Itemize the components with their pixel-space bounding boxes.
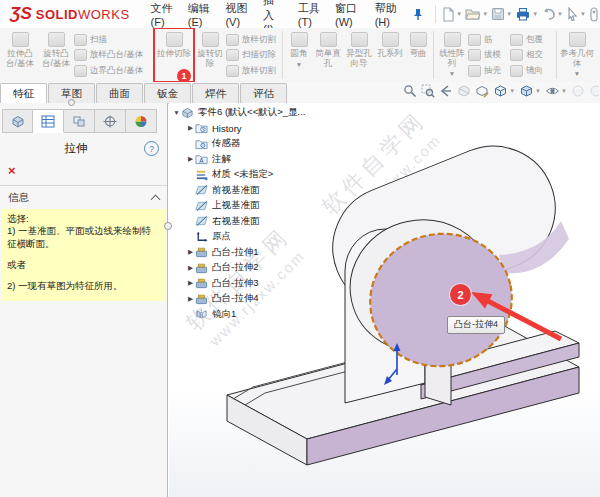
apply-scene-icon[interactable] [589, 84, 599, 98]
hole-series-button[interactable]: 孔系列 [375, 28, 405, 82]
display-style-icon[interactable]: ▼ [519, 84, 541, 98]
wrap-button[interactable]: 包覆 [510, 34, 554, 46]
tab-evaluate[interactable]: 评估 [240, 83, 287, 103]
tree-item-boss-extrude2[interactable]: ▶ 凸台-拉伸2 [172, 260, 305, 276]
expand-arrow-icon[interactable]: ▶ [186, 248, 195, 256]
tree-item-boss-extrude4[interactable]: ▶ 凸台-拉伸4 [172, 291, 305, 307]
panel-resize-handle[interactable] [68, 99, 75, 106]
dropdown-caret[interactable]: ▼ [449, 70, 455, 77]
measure-icon[interactable] [475, 84, 489, 98]
draft-button[interactable]: 拔模 [468, 49, 510, 61]
tree-item-annotations[interactable]: ▶ A 注解 [172, 152, 305, 168]
tab-surfaces[interactable]: 曲面 [96, 83, 143, 103]
dropdown-caret[interactable]: ▼ [535, 88, 541, 94]
tab-features[interactable]: 特征 [0, 83, 47, 104]
help-button[interactable]: ? [144, 141, 159, 156]
cancel-button[interactable]: × [8, 164, 167, 177]
menu-file[interactable]: 文件(F) [144, 0, 181, 32]
rib-button[interactable]: 筋 [468, 34, 510, 46]
zoom-to-area-icon[interactable] [421, 84, 435, 98]
intersect-button[interactable]: 相交 [510, 49, 554, 61]
configuration-manager-tab[interactable] [64, 109, 95, 133]
dropdown-caret[interactable]: ▼ [456, 11, 462, 17]
collapse-arrow-icon[interactable]: ▼ [172, 109, 181, 116]
graphics-area[interactable]: 软件自学网 www.rjzxw.com 软件自学网 www.rjzxw.com [169, 103, 600, 497]
section-view-icon[interactable] [457, 84, 471, 98]
menubar-separator [435, 5, 436, 23]
linear-pattern-button[interactable]: 线性阵列 ▼ [436, 28, 468, 82]
tree-item-right-plane[interactable]: 右视基准面 [172, 214, 305, 230]
extrude-boss-button[interactable]: 拉伸凸台/基体 [2, 28, 38, 82]
expand-arrow-icon[interactable]: ▶ [186, 124, 195, 132]
rebuild-button[interactable] [588, 5, 600, 24]
dropdown-caret[interactable]: ▼ [506, 11, 512, 17]
shell-icon [468, 65, 481, 77]
print-button[interactable]: ▼ [514, 5, 539, 23]
menu-window[interactable]: 窗口(W) [328, 0, 368, 32]
revolve-cut-button[interactable]: 旋转切除 [194, 28, 226, 82]
simple-hole-button[interactable]: 简单直孔 [313, 28, 343, 82]
dropdown-caret[interactable]: ▼ [532, 11, 538, 17]
tree-item-front-plane[interactable]: 前视基准面 [172, 183, 305, 199]
tree-item-top-plane[interactable]: 上视基准面 [172, 198, 305, 214]
tab-sheet-metal[interactable]: 钣金 [144, 83, 191, 103]
hole-wizard-button[interactable]: 异型孔向导 [343, 28, 375, 82]
splitter-handle[interactable] [164, 222, 172, 230]
curves-button[interactable]: 曲线 ▼ [595, 28, 600, 82]
menu-edit[interactable]: 编辑(E) [181, 0, 219, 32]
tree-item-origin[interactable]: 原点 [172, 229, 305, 245]
lofted-cut-button[interactable]: 放样切割 [226, 34, 280, 46]
fillet-button[interactable]: 圆角 ▼ [285, 28, 313, 82]
extrude-cut-icon [166, 32, 183, 47]
extrude-cut-button[interactable]: 拉伸切除 1 [154, 28, 194, 82]
tree-item-material[interactable]: 材质 <未指定> [172, 167, 305, 183]
tree-root[interactable]: ▼ 零件6 (默认<<默认>_显... [172, 105, 305, 121]
feature-manager-tab[interactable] [2, 109, 33, 133]
lofted-cut2-button[interactable]: 放样切割 [226, 65, 280, 77]
undo-button[interactable]: ▼ [540, 5, 564, 23]
dropdown-caret[interactable]: ▼ [561, 88, 567, 94]
tree-item-history[interactable]: ▶ History [172, 121, 305, 137]
save-button[interactable]: ▼ [490, 5, 513, 23]
tab-weldments[interactable]: 焊件 [192, 83, 239, 103]
menu-tools[interactable]: 工具(T) [291, 0, 328, 32]
dimxpert-manager-tab[interactable] [95, 109, 126, 133]
tree-item-mirror1[interactable]: 镜向1 [172, 307, 305, 323]
expand-arrow-icon[interactable]: ▶ [186, 155, 195, 163]
tree-item-sensors[interactable]: 传感器 [172, 136, 305, 152]
expand-arrow-icon[interactable]: ▶ [186, 295, 195, 303]
expand-arrow-icon[interactable]: ▶ [186, 264, 195, 272]
hide-show-items-icon[interactable]: ▼ [545, 84, 567, 98]
open-file-button[interactable]: ▼ [464, 5, 489, 23]
menu-view[interactable]: 视图(V) [218, 0, 256, 32]
dropdown-caret[interactable]: ▼ [296, 61, 302, 68]
flex-button[interactable]: 弯曲 [405, 28, 431, 82]
display-manager-tab[interactable] [126, 109, 157, 133]
revolve-boss-button[interactable]: 旋转凸台/基体 [38, 28, 74, 82]
swept-cut-button[interactable]: 扫描切除 [226, 49, 280, 61]
pin-menu-icon[interactable] [412, 8, 424, 21]
tree-item-boss-extrude3[interactable]: ▶ 凸台-拉伸3 [172, 276, 305, 292]
mirror-button[interactable]: 镜向 [510, 65, 554, 77]
tree-item-boss-extrude1[interactable]: ▶ 凸台-拉伸1 [172, 245, 305, 261]
dropdown-caret[interactable]: ▼ [557, 11, 563, 17]
view-orientation-icon[interactable]: ▼ [493, 84, 515, 98]
menu-help[interactable]: 帮助(H) [368, 0, 406, 32]
zoom-to-fit-icon[interactable] [403, 84, 417, 98]
dropdown-caret[interactable]: ▼ [482, 11, 488, 17]
new-file-button[interactable]: ▼ [440, 5, 463, 24]
boundary-boss-button[interactable]: 边界凸台/基体 [74, 65, 154, 77]
dropdown-caret[interactable]: ▼ [574, 70, 580, 77]
lofted-boss-button[interactable]: 放样凸台/基体 [74, 49, 154, 61]
collapse-chevron-icon[interactable] [151, 195, 161, 205]
reference-geometry-button[interactable]: 参考几何体 ▼ [559, 28, 595, 82]
dropdown-caret[interactable]: ▼ [580, 11, 586, 17]
edit-appearance-icon[interactable] [571, 84, 585, 98]
expand-arrow-icon[interactable]: ▶ [186, 279, 195, 287]
swept-boss-button[interactable]: 扫描 [74, 34, 154, 46]
property-manager-tab[interactable] [33, 109, 64, 133]
select-button[interactable]: ▼ [565, 5, 587, 23]
dropdown-caret[interactable]: ▼ [509, 88, 515, 94]
shell-button[interactable]: 抽壳 [468, 65, 510, 77]
previous-view-icon[interactable] [439, 84, 453, 98]
